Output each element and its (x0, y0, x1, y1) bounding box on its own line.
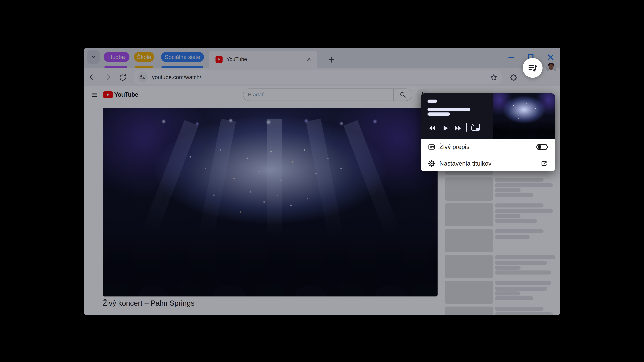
media-source-placeholder (428, 99, 437, 103)
live-transcript-label: Živý prepis (440, 143, 536, 150)
previous-track-button[interactable] (428, 124, 436, 132)
media-controls-popup: Živý prepis Na (420, 93, 555, 171)
feature-highlight-scrim (84, 48, 560, 315)
media-controls-button[interactable] (523, 58, 542, 78)
fast-forward-icon (455, 125, 462, 132)
gear-icon (428, 160, 435, 167)
play-icon (442, 125, 449, 132)
fast-forward-button[interactable] (455, 124, 462, 132)
pip-enter-icon (471, 123, 480, 131)
picture-in-picture-button[interactable] (471, 123, 480, 131)
controls-divider (466, 123, 467, 132)
playlist-music-icon (528, 63, 538, 73)
crowd-silhouette (493, 121, 555, 139)
media-session-card (420, 93, 555, 139)
play-button[interactable] (442, 124, 449, 132)
media-title-placeholder (428, 108, 470, 111)
live-caption-icon (428, 143, 435, 151)
toggle-knob (538, 145, 541, 149)
caption-settings-label: Nastavenia titulkov (440, 160, 540, 167)
live-transcript-row[interactable]: Živý prepis (420, 139, 555, 155)
caption-settings-row[interactable]: Nastavenia titulkov (420, 155, 555, 171)
media-thumbnail (493, 93, 555, 139)
browser-window: Hudba Škola Sociálne siete YouTube (84, 48, 560, 315)
confetti (493, 93, 494, 94)
live-transcript-toggle[interactable] (536, 144, 548, 150)
open-in-new-icon (540, 160, 548, 167)
rewind-icon (428, 125, 436, 132)
media-artist-placeholder (428, 112, 450, 116)
